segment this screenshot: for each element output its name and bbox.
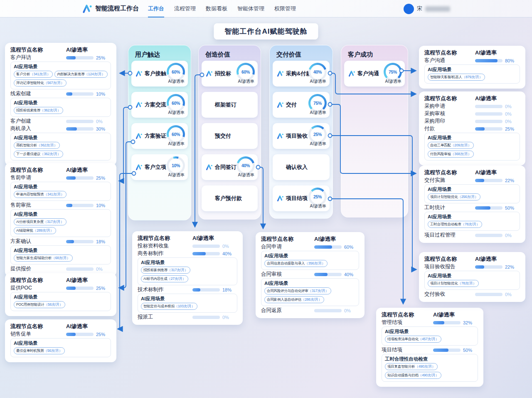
ai-rate-bar	[314, 245, 342, 249]
process-row: 线索创建10%	[10, 91, 111, 97]
flow-node[interactable]: 预交付	[202, 123, 258, 149]
flow-node[interactable]: 采购&付款40%AI渗透率	[273, 61, 330, 87]
nav-item-4[interactable]: 智能体管理	[232, 0, 269, 17]
col-header-node-name: 流程节点名称	[424, 169, 475, 176]
donut-caption: AI渗透率	[168, 110, 185, 116]
ai-rate-bar	[475, 265, 502, 269]
flow-node[interactable]: 确认收入	[273, 154, 330, 180]
donut-hole: 60%	[169, 65, 183, 79]
donut-caption: AI渗透率	[310, 110, 326, 116]
detail-card-customer-visit: 流程节点名称AI渗透率客户拜访25%AI应用场景客户分析（341次/月）内部解决…	[5, 43, 116, 166]
process-row: 交付实施22%	[424, 177, 520, 183]
nav-item-3[interactable]: 数据看板	[201, 0, 232, 17]
flow-node[interactable]: 招投标60%AI渗透率	[202, 61, 258, 87]
col-header-node-name: 流程节点名称	[10, 323, 66, 329]
tag-count: （27次/月）	[167, 277, 185, 281]
process-row: 客户创建0%	[10, 118, 111, 124]
ai-rate-bar	[475, 127, 502, 131]
ai-scenario-tags: AI分析项目复杂度（317次/月）AI辅助审批（289次/月）	[14, 218, 108, 234]
detail-card-delivery-impl: 流程节点名称AI渗透率交付实施22%AI应用场景项目计划智能优化（256次/月）…	[419, 166, 525, 243]
donut-percent: 60%	[172, 132, 180, 137]
stage-title: 交付价值	[270, 45, 332, 59]
ai-rate-value: 32%	[463, 320, 478, 325]
ai-rate-value: 25%	[96, 55, 111, 60]
stage-column-3: 交付价值采购&付款40%AI渗透率交付75%AI渗透率项目验收25%AI渗透率确…	[269, 45, 333, 219]
tag-name: 知识自动提炼与归档	[387, 373, 419, 377]
process-row: 交付验收0%	[424, 291, 520, 297]
ai-rate-bar	[66, 267, 94, 271]
nav-item-1[interactable]: 工作台	[143, 0, 169, 17]
process-name: 项目结项	[382, 346, 433, 354]
col-header-ai-rate: AI渗透率	[475, 169, 520, 176]
ai-rate-value: 30%	[96, 126, 111, 131]
tag-count: （289次/月）	[33, 228, 54, 232]
flow-node[interactable]: 框架签订	[202, 92, 258, 118]
col-header-ai-rate: AI渗透率	[66, 323, 111, 329]
tag-name: 智能定价与成本模拟	[143, 304, 175, 308]
flow-node[interactable]: 交付75%AI渗透率	[273, 92, 330, 118]
tag-count: （103次/月）	[175, 304, 195, 308]
process-row: 提供POC25%	[10, 285, 111, 291]
ai-scenario-tag: 商机智能分析（362次/月）	[14, 142, 60, 149]
ai-scenario-box: 工时合理性自动检查项目复盘智能分析（490次/月）知识自动提炼与归档（490次/…	[382, 354, 478, 382]
detail-card-procurement: 流程节点名称AI渗透率采购申请0%采购审核0%采购用印0%付款25%AI应用场景…	[419, 91, 525, 166]
tag-name: POC用例智能设计	[16, 302, 44, 307]
tag-count: （317次/月）	[44, 220, 64, 224]
process-row: 客户拜访25%	[10, 54, 111, 61]
ai-rate-bar	[192, 288, 220, 292]
ai-scenario-label: AI应用场景	[141, 260, 234, 265]
tag-count: （317次/月）	[167, 268, 188, 272]
ai-rate-bar	[433, 321, 461, 324]
flow-node[interactable]: 客户沟通75%AI渗透率	[344, 61, 405, 87]
process-row: 项目验收报告22%	[424, 264, 520, 270]
ai-logo-icon	[206, 164, 213, 171]
ai-rate-bar	[66, 333, 94, 336]
ai-scenario-tag: POC用例智能设计（56次/月）	[14, 301, 65, 308]
detail-card-sales-push: 流程节点名称AI渗透率销售促单25%AI应用场景最佳促单时机预测（56次/月）	[5, 319, 116, 362]
flow-node[interactable]: 项目结项25%AI渗透率	[273, 185, 330, 211]
tag-name: 下一步最佳建议	[16, 152, 40, 156]
avatar[interactable]	[404, 4, 414, 14]
node-label: 项目验收	[286, 132, 308, 140]
flow-node[interactable]: 合同签订40%AI渗透率	[202, 154, 258, 180]
brand[interactable]: 智能流程工作台	[82, 4, 139, 14]
ai-scenario-tags: 客户分析（341次/月）内部解决方案推荐（124次/月）拜访记录智能转化（567…	[14, 71, 108, 87]
col-header-node-name: 流程节点名称	[261, 236, 314, 242]
process-row: 方案确认18%	[10, 238, 111, 245]
ai-scenario-box: AI应用场景POC用例智能设计（56次/月）	[10, 292, 111, 311]
flow-node[interactable]: 客户立项10%AI渗透率	[131, 154, 188, 180]
detail-card-project-closing: 流程节点名称AI渗透率管理结项32%AI应用场景结项检查清单自动化（457次/月…	[376, 308, 483, 387]
process-name: 项目验收报告	[424, 263, 475, 270]
donut-percent: 75%	[313, 101, 322, 106]
flow-node[interactable]: 方案交流60%AI渗透率	[131, 92, 188, 118]
donut-caption: AI渗透率	[238, 172, 254, 178]
tag-count: （490次/月）	[419, 373, 439, 377]
user-menu[interactable]: 宋	[404, 0, 450, 17]
col-header-node-name: 流程节点名称	[138, 235, 192, 241]
tag-name: 商机智能分析	[16, 143, 37, 147]
ai-scenario-box: AI应用场景智能方案生成/辅助分析（68次/月）	[10, 245, 111, 265]
ai-rate-value: 10%	[96, 203, 111, 208]
donut-percent: 25%	[313, 132, 322, 137]
tag-name: 工时合理性自动检查	[430, 222, 461, 226]
brand-title: 智能流程工作台	[95, 5, 139, 12]
card-header: 流程节点名称AI渗透率	[138, 235, 237, 241]
ai-scenario-tag: AI标书内容生成（27次/月）	[141, 275, 188, 282]
node-label: 方案交流	[145, 101, 166, 109]
nav-item-2[interactable]: 流程管理	[169, 0, 201, 17]
col-header-node-name: 流程节点名称	[382, 311, 433, 318]
ai-scenario-label: 工时合理性自动检查	[385, 356, 475, 362]
ai-scenario-tags: 招投标线索推荐（362次/月）	[14, 107, 108, 114]
flow-node[interactable]: 方案验证60%AI渗透率	[131, 123, 188, 149]
tag-count: （78次/月）	[458, 281, 476, 285]
process-row: 采购审核0%	[424, 111, 520, 117]
nav-item-5[interactable]: 权限管理	[269, 0, 301, 17]
node-label: 客户预付款	[215, 195, 242, 202]
user-name: 宋	[417, 5, 422, 12]
process-name: 工时统计	[424, 204, 475, 211]
flow-node[interactable]: 客户预付款	[202, 185, 258, 211]
col-header-node-name: 流程节点名称	[424, 95, 475, 101]
detail-card-presales: 流程节点名称AI渗透率售前申请25%AI应用场景申请内容智能预填（341次/月）…	[5, 163, 116, 277]
flow-node[interactable]: 客户接触60%AI渗透率	[131, 61, 188, 87]
flow-node[interactable]: 项目验收25%AI渗透率	[273, 123, 330, 149]
